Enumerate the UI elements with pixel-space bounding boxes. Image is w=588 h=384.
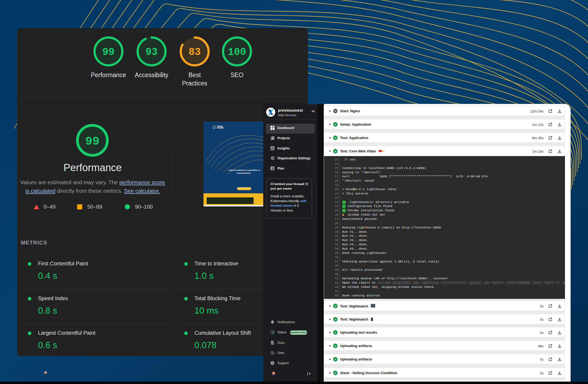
svg-text:99: 99 (85, 135, 100, 148)
svg-text:I want to advance or specialis: I want to advance or specialise in (228, 169, 260, 171)
svg-text:?: ? (272, 362, 273, 364)
svg-text:$: $ (272, 167, 273, 170)
svg-text:99: 99 (102, 46, 115, 58)
svg-text:in architecture -: in architecture - (237, 172, 252, 174)
svg-text:93: 93 (145, 46, 158, 58)
svg-text:83: 83 (189, 46, 201, 58)
svg-text:100: 100 (228, 46, 246, 58)
